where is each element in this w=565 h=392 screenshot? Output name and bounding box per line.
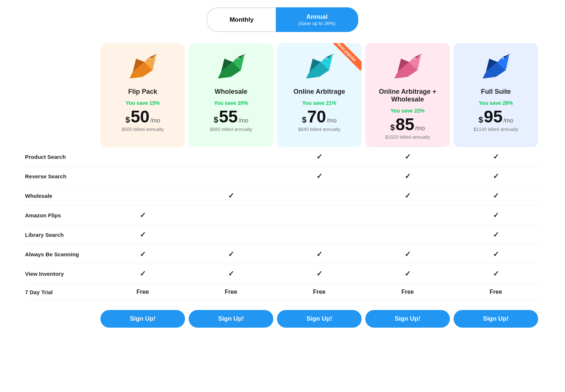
feature-cell-5-0: ✓ <box>99 245 187 264</box>
signup-button-flip[interactable]: Sign Up! <box>100 310 185 328</box>
signup-cell-full: Sign Up! <box>452 301 540 331</box>
page-wrapper: Monthly Annual (Save up to 26%) <box>25 7 540 331</box>
price-annual-oaw: $1020 billed annually <box>371 134 444 140</box>
check-0-4: ✓ <box>493 152 499 161</box>
feature-cell-4-4: ✓ <box>452 225 540 245</box>
save-label-flip: You save 15% <box>106 100 180 106</box>
price-amount-full: 95 <box>484 108 502 125</box>
plan-name-oa: Online Arbitrage <box>282 88 356 96</box>
price-mo-oa: /mo <box>327 117 337 124</box>
free-text-7-1: Free <box>225 289 237 295</box>
annual-label: Annual <box>306 13 328 20</box>
price-annual-oa: $840 billed annually <box>282 126 356 132</box>
price-annual-flip: $600 billed annually <box>106 126 180 132</box>
feature-cell-3-1 <box>187 206 275 225</box>
feature-cell-2-2 <box>275 186 363 206</box>
feature-cell-5-1: ✓ <box>187 245 275 264</box>
signup-button-wholesale[interactable]: Sign Up! <box>189 310 273 328</box>
price-amount-oaw: 85 <box>395 116 414 133</box>
price-annual-full: $1140 billed annually <box>459 126 533 132</box>
feature-cell-2-4: ✓ <box>452 186 540 206</box>
price-dollar-flip: $ <box>125 115 130 125</box>
check-5-3: ✓ <box>405 250 411 259</box>
signup-button-full[interactable]: Sign Up! <box>454 310 538 328</box>
plan-name-wholesale: Wholesale <box>194 88 268 96</box>
check-6-4: ✓ <box>493 269 499 278</box>
check-5-0: ✓ <box>140 250 146 259</box>
feature-cell-0-2: ✓ <box>275 147 363 167</box>
feature-cell-7-3: Free <box>363 284 452 301</box>
save-label-wholesale: You save 20% <box>194 100 268 106</box>
feature-cell-1-3: ✓ <box>363 167 452 186</box>
check-6-0: ✓ <box>140 269 146 278</box>
price-mo-wholesale: /mo <box>238 117 248 124</box>
svg-point-15 <box>238 57 239 58</box>
feature-label-2: Wholesale <box>25 186 99 206</box>
feature-label-6: View Inventory <box>25 264 99 284</box>
price-mo-oaw: /mo <box>415 125 425 132</box>
annual-toggle-button[interactable]: Annual (Save up to 26%) <box>276 7 358 32</box>
feature-cell-4-1 <box>187 225 275 245</box>
feature-cell-7-1: Free <box>187 284 275 301</box>
signup-cell-oaw: Sign Up! <box>363 301 452 331</box>
signup-cell-wholesale: Sign Up! <box>187 301 275 331</box>
plan-header-flip: Flip Pack You save 15% $ 50 /mo $600 bil… <box>100 43 185 147</box>
price-dollar-oaw: $ <box>390 123 395 132</box>
feature-label-7: 7 Day Trial <box>25 284 99 301</box>
feature-cell-1-2: ✓ <box>275 167 363 186</box>
monthly-toggle-button[interactable]: Monthly <box>207 7 276 32</box>
feature-cell-1-0 <box>99 167 187 186</box>
check-4-4: ✓ <box>493 230 499 239</box>
save-label-full: You save 26% <box>459 100 533 106</box>
price-row-wholesale: $ 55 /mo <box>194 108 268 125</box>
price-row-flip: $ 50 /mo <box>106 108 180 125</box>
save-label-oa: You save 21% <box>282 100 356 106</box>
plan-name-flip: Flip Pack <box>106 88 180 96</box>
feature-cell-1-1 <box>187 167 275 186</box>
feature-cell-4-2 <box>275 225 363 245</box>
check-5-2: ✓ <box>316 250 323 259</box>
annual-save-text: (Save up to 26%) <box>298 21 335 26</box>
signup-button-oaw[interactable]: Sign Up! <box>365 310 450 328</box>
check-6-3: ✓ <box>405 269 411 278</box>
signup-button-oa[interactable]: Sign Up! <box>277 310 362 328</box>
signup-cell-oa: Sign Up! <box>275 301 363 331</box>
price-dollar-wholesale: $ <box>214 115 218 125</box>
price-annual-wholesale: $660 billed annually <box>194 126 268 132</box>
check-1-2: ✓ <box>316 172 323 181</box>
check-2-1: ✓ <box>228 191 234 200</box>
feature-label-1: Reverse Search <box>25 167 99 186</box>
feature-cell-6-4: ✓ <box>452 264 540 284</box>
free-text-7-3: Free <box>401 289 414 295</box>
save-label-oaw: You save 22% <box>371 108 444 114</box>
price-mo-flip: /mo <box>150 117 160 124</box>
feature-cell-0-3: ✓ <box>363 147 452 167</box>
feature-cell-2-0 <box>99 186 187 206</box>
feature-cell-3-0: ✓ <box>99 206 187 225</box>
feature-cell-7-4: Free <box>452 284 540 301</box>
bird-icon-flip <box>126 50 159 83</box>
feature-cell-7-0: Free <box>99 284 187 301</box>
svg-point-39 <box>502 57 504 58</box>
price-row-oa: $ 70 /mo <box>282 108 356 125</box>
feature-cell-3-3 <box>363 206 452 225</box>
feature-cell-0-0 <box>99 147 187 167</box>
feature-cell-4-0: ✓ <box>99 225 187 245</box>
check-0-3: ✓ <box>405 152 411 161</box>
svg-point-23 <box>326 57 327 58</box>
billing-toggle: Monthly Annual (Save up to 26%) <box>25 7 540 32</box>
check-2-4: ✓ <box>493 191 499 200</box>
feature-cell-0-4: ✓ <box>452 147 540 167</box>
price-amount-wholesale: 55 <box>219 108 238 125</box>
free-text-7-2: Free <box>313 289 326 295</box>
feature-cell-6-3: ✓ <box>363 264 452 284</box>
bird-icon-full <box>479 50 512 83</box>
plan-header-oa: Most popular Online Arbitrage You save 2… <box>277 43 362 147</box>
plan-header-full: Full Suite You save 26% $ 95 /mo $1140 b… <box>454 43 538 147</box>
check-2-3: ✓ <box>405 191 411 200</box>
feature-cell-5-3: ✓ <box>363 245 452 264</box>
price-dollar-full: $ <box>479 115 483 125</box>
feature-label-5: Always Be Scanning <box>25 245 99 264</box>
check-0-2: ✓ <box>316 152 323 161</box>
signup-cell-flip: Sign Up! <box>99 301 187 331</box>
